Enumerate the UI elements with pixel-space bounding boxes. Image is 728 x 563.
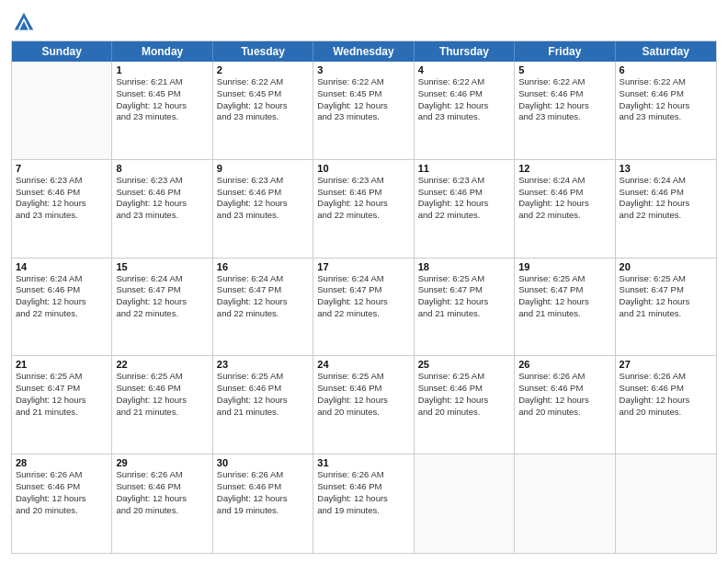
daylight-text: Daylight: 12 hours	[116, 100, 208, 112]
daylight-text: Daylight: 12 hours	[116, 296, 208, 308]
sunset-text: Sunset: 6:46 PM	[620, 88, 712, 100]
calendar-day-header: Thursday	[415, 41, 515, 62]
day-number: 30	[217, 457, 309, 468]
minutes-text: and 22 minutes.	[217, 308, 309, 320]
calendar-body: 1Sunrise: 6:21 AMSunset: 6:45 PMDaylight…	[12, 62, 716, 553]
sunrise-text: Sunrise: 6:23 AM	[16, 175, 108, 187]
empty-cell	[415, 454, 515, 553]
calendar-cell: 7Sunrise: 6:23 AMSunset: 6:46 PMDaylight…	[12, 160, 112, 258]
sunset-text: Sunset: 6:46 PM	[620, 187, 712, 199]
calendar-cell: 8Sunrise: 6:23 AMSunset: 6:46 PMDaylight…	[112, 160, 212, 258]
sunrise-text: Sunrise: 6:23 AM	[217, 175, 309, 187]
daylight-text: Daylight: 12 hours	[16, 395, 108, 407]
sunset-text: Sunset: 6:46 PM	[317, 481, 409, 493]
calendar-cell: 4Sunrise: 6:22 AMSunset: 6:46 PMDaylight…	[415, 62, 515, 159]
sunrise-text: Sunrise: 6:24 AM	[16, 273, 108, 285]
sunset-text: Sunset: 6:47 PM	[116, 284, 208, 296]
minutes-text: and 20 minutes.	[620, 407, 712, 419]
calendar-cell: 25Sunrise: 6:25 AMSunset: 6:46 PMDayligh…	[415, 356, 515, 454]
minutes-text: and 23 minutes.	[620, 111, 712, 123]
sunset-text: Sunset: 6:47 PM	[518, 284, 610, 296]
sunset-text: Sunset: 6:47 PM	[418, 284, 510, 296]
calendar-week: 28Sunrise: 6:26 AMSunset: 6:46 PMDayligh…	[12, 454, 716, 553]
minutes-text: and 19 minutes.	[217, 505, 309, 517]
sunset-text: Sunset: 6:46 PM	[217, 481, 309, 493]
calendar-day-header: Sunday	[12, 41, 112, 62]
calendar-day-header: Monday	[112, 41, 212, 62]
sunset-text: Sunset: 6:46 PM	[317, 383, 409, 395]
sunrise-text: Sunrise: 6:25 AM	[116, 371, 208, 383]
sunset-text: Sunset: 6:47 PM	[317, 284, 409, 296]
minutes-text: and 23 minutes.	[217, 210, 309, 222]
calendar-cell: 31Sunrise: 6:26 AMSunset: 6:46 PMDayligh…	[313, 454, 414, 553]
minutes-text: and 23 minutes.	[418, 111, 510, 123]
daylight-text: Daylight: 12 hours	[116, 395, 208, 407]
calendar-cell: 6Sunrise: 6:22 AMSunset: 6:46 PMDaylight…	[616, 62, 716, 159]
sunset-text: Sunset: 6:46 PM	[518, 383, 610, 395]
calendar-cell: 15Sunrise: 6:24 AMSunset: 6:47 PMDayligh…	[112, 259, 212, 356]
sunrise-text: Sunrise: 6:25 AM	[418, 371, 510, 383]
minutes-text: and 19 minutes.	[317, 505, 409, 517]
day-number: 23	[217, 359, 309, 370]
day-number: 17	[317, 261, 409, 272]
calendar-cell: 20Sunrise: 6:25 AMSunset: 6:47 PMDayligh…	[616, 259, 716, 356]
minutes-text: and 22 minutes.	[418, 210, 510, 222]
daylight-text: Daylight: 12 hours	[418, 198, 510, 210]
sunrise-text: Sunrise: 6:26 AM	[317, 469, 409, 481]
daylight-text: Daylight: 12 hours	[418, 296, 510, 308]
daylight-text: Daylight: 12 hours	[518, 296, 610, 308]
sunrise-text: Sunrise: 6:22 AM	[217, 76, 309, 88]
calendar-cell: 17Sunrise: 6:24 AMSunset: 6:47 PMDayligh…	[313, 259, 414, 356]
minutes-text: and 23 minutes.	[16, 210, 108, 222]
minutes-text: and 22 minutes.	[518, 210, 610, 222]
minutes-text: and 20 minutes.	[16, 505, 108, 517]
day-number: 27	[620, 359, 712, 370]
sunset-text: Sunset: 6:46 PM	[116, 383, 208, 395]
empty-cell	[616, 454, 716, 553]
calendar-day-header: Wednesday	[313, 41, 414, 62]
minutes-text: and 20 minutes.	[317, 407, 409, 419]
sunrise-text: Sunrise: 6:23 AM	[317, 175, 409, 187]
sunrise-text: Sunrise: 6:22 AM	[518, 76, 610, 88]
sunrise-text: Sunrise: 6:25 AM	[16, 371, 108, 383]
calendar-cell: 2Sunrise: 6:22 AMSunset: 6:45 PMDaylight…	[213, 62, 313, 159]
daylight-text: Daylight: 12 hours	[418, 395, 510, 407]
daylight-text: Daylight: 12 hours	[217, 296, 309, 308]
day-number: 14	[16, 261, 108, 272]
calendar: SundayMondayTuesdayWednesdayThursdayFrid…	[11, 40, 717, 554]
sunrise-text: Sunrise: 6:22 AM	[620, 76, 712, 88]
daylight-text: Daylight: 12 hours	[620, 296, 712, 308]
day-number: 4	[418, 64, 510, 75]
day-number: 18	[418, 261, 510, 272]
calendar-cell: 12Sunrise: 6:24 AMSunset: 6:46 PMDayligh…	[515, 160, 615, 258]
day-number: 8	[116, 163, 208, 174]
minutes-text: and 21 minutes.	[418, 308, 510, 320]
sunset-text: Sunset: 6:46 PM	[16, 187, 108, 199]
sunrise-text: Sunrise: 6:23 AM	[418, 175, 510, 187]
sunrise-text: Sunrise: 6:22 AM	[317, 76, 409, 88]
calendar-cell: 24Sunrise: 6:25 AMSunset: 6:46 PMDayligh…	[313, 356, 414, 454]
sunset-text: Sunset: 6:46 PM	[217, 187, 309, 199]
minutes-text: and 20 minutes.	[518, 407, 610, 419]
daylight-text: Daylight: 12 hours	[317, 493, 409, 505]
sunset-text: Sunset: 6:46 PM	[317, 187, 409, 199]
minutes-text: and 22 minutes.	[317, 308, 409, 320]
sunrise-text: Sunrise: 6:26 AM	[116, 469, 208, 481]
sunset-text: Sunset: 6:46 PM	[518, 187, 610, 199]
calendar-day-header: Saturday	[616, 41, 716, 62]
sunset-text: Sunset: 6:46 PM	[418, 88, 510, 100]
calendar-cell: 26Sunrise: 6:26 AMSunset: 6:46 PMDayligh…	[515, 356, 615, 454]
sunset-text: Sunset: 6:46 PM	[418, 187, 510, 199]
day-number: 21	[16, 359, 108, 370]
calendar-cell: 21Sunrise: 6:25 AMSunset: 6:47 PMDayligh…	[12, 356, 112, 454]
minutes-text: and 23 minutes.	[217, 111, 309, 123]
daylight-text: Daylight: 12 hours	[16, 296, 108, 308]
sunrise-text: Sunrise: 6:26 AM	[217, 469, 309, 481]
calendar-cell: 1Sunrise: 6:21 AMSunset: 6:45 PMDaylight…	[112, 62, 212, 159]
minutes-text: and 21 minutes.	[620, 308, 712, 320]
daylight-text: Daylight: 12 hours	[418, 100, 510, 112]
minutes-text: and 22 minutes.	[317, 210, 409, 222]
sunset-text: Sunset: 6:46 PM	[620, 383, 712, 395]
sunset-text: Sunset: 6:45 PM	[317, 88, 409, 100]
sunrise-text: Sunrise: 6:25 AM	[317, 371, 409, 383]
